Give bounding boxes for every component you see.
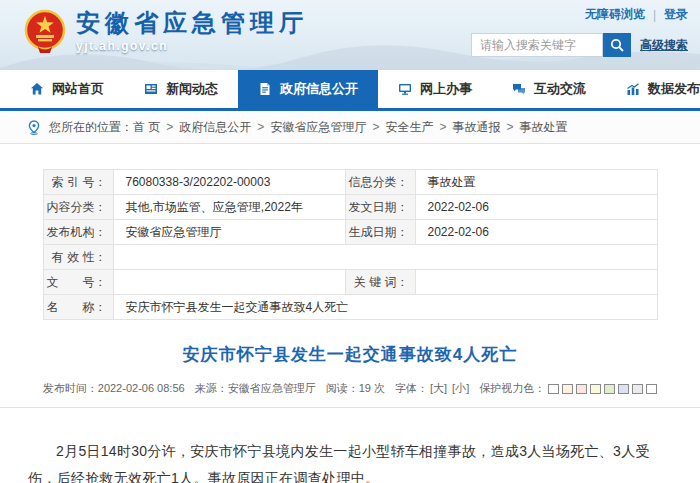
protect-color-swatch[interactable] — [590, 384, 601, 394]
advanced-search-link[interactable]: 高级搜索 — [640, 37, 688, 54]
site-header: 无障碍浏览 | 登录 安徽省应急管理厅 yjt.ah.gov.cn — [0, 0, 700, 70]
keywords-value — [415, 270, 657, 295]
breadcrumb: 您所在的位置： 首 页 > 政府信息公开 > 安徽省应急管理厅 > 安全生产 >… — [0, 111, 700, 144]
monitor-icon — [398, 82, 412, 96]
validity-label: 有 效 性： — [43, 245, 113, 270]
meta-divider — [0, 407, 700, 408]
index-number-value: 76080338-3/202202-00003 — [113, 170, 345, 195]
login-link[interactable]: 登录 — [664, 6, 688, 23]
article-body: 2月5日14时30分许，安庆市怀宁县境内发生一起小型轿车相撞事故，造成3人当场死… — [28, 438, 672, 483]
nav-item-label: 数据发布 — [648, 80, 700, 98]
source-value: 安徽省应急管理厅 — [228, 382, 316, 394]
source-label: 来源： — [195, 382, 228, 394]
issue-date-value: 2022-02-06 — [415, 195, 657, 220]
publish-time-value: 2022-02-06 08:56 — [98, 382, 185, 394]
content-class-label: 内容分类： — [43, 195, 113, 220]
nav-item-label: 网上办事 — [420, 80, 472, 98]
nav-item-label: 新闻动态 — [166, 80, 218, 98]
issue-date-label: 发文日期： — [345, 195, 415, 220]
table-row: 文 号： 关 键 词： — [43, 270, 657, 295]
brand-text: 安徽省应急管理厅 yjt.ah.gov.cn — [76, 9, 308, 53]
protect-color-swatch[interactable] — [576, 384, 587, 394]
breadcrumb-separator: > — [506, 120, 513, 134]
article-title: 安庆市怀宁县发生一起交通事故致4人死亡 — [28, 343, 672, 366]
info-class-label: 信息分类： — [345, 170, 415, 195]
breadcrumb-prefix: 您所在的位置： — [49, 119, 133, 136]
views-label: 阅读： — [326, 382, 359, 394]
home-icon — [30, 82, 44, 96]
main-nav: 网站首页 新闻动态 政府信息公开 网上办事 互动交流 — [0, 70, 700, 111]
protect-color-label: 保护视力色： — [479, 382, 545, 394]
nav-item-label: 互动交流 — [534, 80, 586, 98]
site-url: yjt.ah.gov.cn — [76, 39, 308, 53]
font-small-button[interactable]: [小] — [452, 382, 469, 394]
top-links-divider: | — [653, 8, 656, 22]
search-input[interactable] — [471, 33, 603, 57]
article-meta: 发布时间：2022-02-06 08:56 来源：安徽省应急管理厅 阅读：19 … — [28, 381, 672, 396]
nav-item-data[interactable]: 数据发布 — [606, 70, 700, 108]
accessibility-link[interactable]: 无障碍浏览 — [585, 6, 645, 23]
protect-color-swatch[interactable] — [632, 384, 643, 394]
search-button[interactable] — [603, 33, 631, 57]
table-row: 名 称： 安庆市怀宁县发生一起交通事故致4人死亡 — [43, 295, 657, 320]
document-info-table: 索 引 号： 76080338-3/202202-00003 信息分类： 事故处… — [43, 169, 658, 320]
nav-item-interaction[interactable]: 互动交流 — [492, 70, 606, 108]
protect-color-swatch[interactable] — [618, 384, 629, 394]
doc-number-label: 文 号： — [43, 270, 113, 295]
content-class-value: 其他,市场监管、应急管理,2022年 — [113, 195, 345, 220]
agency-label: 发布机构： — [43, 220, 113, 245]
create-date-value: 2022-02-06 — [415, 220, 657, 245]
location-pin-icon — [27, 120, 41, 135]
protect-color-swatch[interactable] — [548, 384, 559, 394]
breadcrumb-separator: > — [439, 120, 446, 134]
nav-item-label: 网站首页 — [52, 80, 104, 98]
views-value: 19 次 — [359, 382, 385, 394]
nav-item-gov-info[interactable]: 政府信息公开 — [238, 70, 378, 108]
name-value: 安庆市怀宁县发生一起交通事故致4人死亡 — [113, 295, 657, 320]
index-number-label: 索 引 号： — [43, 170, 113, 195]
breadcrumb-item-handling[interactable]: 事故处置 — [519, 119, 567, 136]
content-area: 索 引 号： 76080338-3/202202-00003 信息分类： 事故处… — [0, 169, 700, 483]
font-large-button[interactable]: [大] — [430, 382, 447, 394]
breadcrumb-item-safety[interactable]: 安全生产 — [385, 119, 433, 136]
keywords-label: 关 键 词： — [345, 270, 415, 295]
breadcrumb-item-home[interactable]: 首 页 — [133, 119, 160, 136]
nav-item-news[interactable]: 新闻动态 — [124, 70, 238, 108]
top-links: 无障碍浏览 | 登录 — [585, 6, 688, 23]
breadcrumb-separator: > — [372, 120, 379, 134]
protect-color-swatch[interactable] — [646, 384, 657, 394]
table-row: 有 效 性： — [43, 245, 657, 270]
chat-icon — [512, 82, 526, 96]
breadcrumb-item-department[interactable]: 安徽省应急管理厅 — [270, 119, 366, 136]
protect-color-swatch[interactable] — [604, 384, 615, 394]
nav-item-home[interactable]: 网站首页 — [10, 70, 124, 108]
table-row: 内容分类： 其他,市场监管、应急管理,2022年 发文日期： 2022-02-0… — [43, 195, 657, 220]
table-row: 索 引 号： 76080338-3/202202-00003 信息分类： 事故处… — [43, 170, 657, 195]
name-label: 名 称： — [43, 295, 113, 320]
site-brand[interactable]: 安徽省应急管理厅 yjt.ah.gov.cn — [24, 9, 308, 55]
breadcrumb-item-gov-info[interactable]: 政府信息公开 — [179, 119, 251, 136]
validity-value — [113, 245, 657, 270]
breadcrumb-item-report[interactable]: 事故通报 — [452, 119, 500, 136]
info-class-value: 事故处置 — [415, 170, 657, 195]
font-size-label: 字体： — [395, 382, 428, 394]
table-row: 发布机构： 安徽省应急管理厅 生成日期： 2022-02-06 — [43, 220, 657, 245]
protect-color-swatch[interactable] — [562, 384, 573, 394]
document-icon — [258, 82, 272, 96]
news-icon — [144, 82, 158, 96]
nav-item-online-services[interactable]: 网上办事 — [378, 70, 492, 108]
search-area: 高级搜索 — [471, 33, 688, 57]
doc-number-value — [113, 270, 345, 295]
chart-icon — [626, 82, 640, 96]
page: 无障碍浏览 | 登录 安徽省应急管理厅 yjt.ah.gov.cn — [0, 0, 700, 483]
create-date-label: 生成日期： — [345, 220, 415, 245]
agency-value: 安徽省应急管理厅 — [113, 220, 345, 245]
breadcrumb-separator: > — [166, 120, 173, 134]
nav-item-label: 政府信息公开 — [280, 80, 358, 98]
search-icon — [610, 38, 624, 52]
publish-time-label: 发布时间： — [43, 382, 98, 394]
site-title: 安徽省应急管理厅 — [76, 9, 308, 37]
breadcrumb-separator: > — [257, 120, 264, 134]
protect-color-swatches — [548, 384, 657, 394]
national-emblem-icon — [24, 9, 66, 55]
